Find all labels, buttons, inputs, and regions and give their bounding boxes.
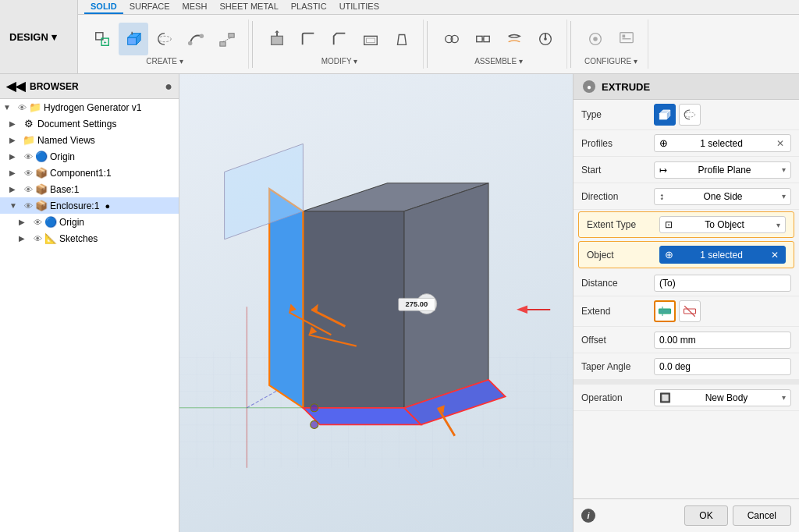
design-button[interactable]: DESIGN ▾ bbox=[0, 0, 78, 73]
tree-item-component1[interactable]: ▶ 👁 📦 Component1:1 bbox=[0, 165, 179, 181]
extent-type-value-box[interactable]: ⊡ To Object ▾ bbox=[659, 216, 786, 233]
fillet-button[interactable] bbox=[293, 23, 323, 55]
tab-utilities[interactable]: UTILITIES bbox=[333, 0, 385, 14]
tab-solid[interactable]: SOLID bbox=[84, 0, 123, 14]
joint-icon bbox=[443, 30, 460, 48]
new-component-icon: + bbox=[94, 30, 111, 48]
component1-arrow: ▶ bbox=[9, 168, 20, 177]
object-value-box[interactable]: ⊕ 1 selected ✕ bbox=[659, 246, 786, 264]
ok-button[interactable]: OK bbox=[684, 505, 727, 526]
create-label: CREATE ▾ bbox=[146, 57, 183, 66]
tab-surface[interactable]: SURFACE bbox=[123, 0, 176, 14]
profiles-clear-button[interactable]: ✕ bbox=[775, 138, 786, 149]
object-clear-button[interactable]: ✕ bbox=[769, 250, 780, 261]
chamfer-button[interactable] bbox=[325, 23, 354, 55]
extend-on-button[interactable] bbox=[654, 300, 676, 322]
operation-row: Operation 🔲 New Body ▾ bbox=[574, 385, 799, 411]
enclosure1-eye[interactable]: 👁 bbox=[24, 201, 33, 211]
new-component-button[interactable]: + bbox=[87, 23, 117, 55]
offset-input[interactable] bbox=[659, 335, 786, 346]
shell-button[interactable] bbox=[356, 23, 385, 55]
named-views-arrow: ▶ bbox=[9, 136, 20, 144]
root-eye[interactable]: 👁 bbox=[18, 103, 27, 112]
assemble-section: ASSEMBLE ▾ bbox=[431, 20, 567, 69]
operation-dropdown-arrow: ▾ bbox=[782, 393, 786, 402]
enclosure1-label: Enclosure:1 bbox=[50, 200, 99, 211]
tree-item-enc-origin[interactable]: ▶ 👁 🔵 Origin bbox=[0, 214, 179, 230]
base1-arrow: ▶ bbox=[9, 185, 20, 193]
start-value: Profile Plane bbox=[698, 165, 751, 176]
svg-point-28 bbox=[593, 37, 598, 41]
tree-item-base1[interactable]: ▶ 👁 📦 Base:1 bbox=[0, 181, 179, 197]
configure-label: CONFIGURE ▾ bbox=[584, 57, 637, 66]
offset-value-box[interactable] bbox=[654, 332, 791, 349]
svg-point-8 bbox=[188, 41, 193, 46]
press-pull-button[interactable] bbox=[262, 23, 292, 55]
revolve-button[interactable] bbox=[150, 23, 179, 55]
taper-value-box[interactable] bbox=[654, 358, 791, 375]
tree-item-sketches[interactable]: ▶ 👁 📐 Sketches bbox=[0, 230, 179, 246]
toolbar-content: SOLID SURFACE MESH SHEET METAL PLASTIC U… bbox=[78, 0, 799, 73]
taper-input[interactable] bbox=[659, 361, 786, 372]
type-extrude-button[interactable] bbox=[654, 104, 676, 126]
tree-item-origin[interactable]: ▶ 👁 🔵 Origin bbox=[0, 148, 179, 165]
extrude-icon bbox=[125, 30, 142, 48]
distance-label: Distance bbox=[581, 278, 648, 289]
as-built-joint-icon bbox=[474, 30, 492, 48]
extend-on-icon bbox=[658, 304, 672, 318]
tree-item-enclosure1[interactable]: ▼ 👁 📦 Enclosure:1 ● bbox=[0, 197, 179, 214]
type-extrude-icon bbox=[658, 108, 672, 122]
taper-row: Taper Angle bbox=[574, 353, 799, 380]
profiles-value-box[interactable]: ⊕ 1 selected ✕ bbox=[654, 134, 791, 152]
draft-icon bbox=[393, 30, 410, 48]
extend-off-button[interactable] bbox=[679, 300, 701, 322]
operation-value-box[interactable]: 🔲 New Body ▾ bbox=[654, 389, 791, 406]
browser-collapse-icon[interactable]: ◀◀ bbox=[6, 79, 25, 94]
tab-sheet-metal[interactable]: SHEET METAL bbox=[213, 0, 284, 14]
divider-3 bbox=[570, 21, 571, 68]
chamfer-icon bbox=[331, 30, 348, 48]
tree-item-doc-settings[interactable]: ▶ ⚙ Document Settings bbox=[0, 115, 179, 132]
info-icon[interactable]: i bbox=[581, 509, 595, 523]
type-revolve-button[interactable] bbox=[679, 104, 701, 126]
sketches-eye[interactable]: 👁 bbox=[34, 234, 42, 243]
extend-icons bbox=[654, 300, 701, 322]
browser-panel: ◀◀ BROWSER ● ▼ 👁 📁 Hydrogen Generator v1… bbox=[0, 74, 179, 532]
tree-item-root[interactable]: ▼ 👁 📁 Hydrogen Generator v1 bbox=[0, 99, 179, 115]
tab-plastic[interactable]: PLASTIC bbox=[285, 0, 333, 14]
cancel-button[interactable]: Cancel bbox=[733, 505, 791, 526]
named-views-folder-icon: 📁 bbox=[23, 134, 35, 146]
publish-icon bbox=[618, 30, 635, 48]
tab-mesh[interactable]: MESH bbox=[176, 0, 214, 14]
tree-item-named-views[interactable]: ▶ 📁 Named Views bbox=[0, 132, 179, 148]
origin-eye[interactable]: 👁 bbox=[24, 152, 33, 161]
extrude-button[interactable] bbox=[119, 23, 148, 55]
drive-joints-button[interactable] bbox=[531, 23, 560, 55]
svg-text:+: + bbox=[104, 40, 107, 45]
motion-link-button[interactable] bbox=[499, 23, 529, 55]
configure-model-button[interactable] bbox=[581, 23, 610, 55]
viewport[interactable]: ⇒ 275.00 bbox=[179, 74, 573, 532]
distance-value-box[interactable]: (To) bbox=[654, 275, 791, 292]
component1-icon: 📦 bbox=[35, 167, 48, 179]
doc-settings-arrow: ▶ bbox=[9, 119, 20, 128]
enc-origin-eye[interactable]: 👁 bbox=[34, 218, 42, 227]
component1-eye[interactable]: 👁 bbox=[24, 168, 33, 178]
loft-button[interactable] bbox=[212, 23, 242, 55]
base1-eye[interactable]: 👁 bbox=[24, 185, 33, 194]
joint-button[interactable] bbox=[437, 23, 467, 55]
create-icons: + bbox=[87, 23, 242, 55]
as-built-joint-button[interactable] bbox=[468, 23, 498, 55]
publish-button[interactable] bbox=[612, 23, 641, 55]
svg-rect-31 bbox=[623, 38, 631, 39]
sweep-button[interactable] bbox=[181, 23, 211, 55]
extend-off-icon bbox=[683, 304, 697, 318]
profiles-row: Profiles ⊕ 1 selected ✕ bbox=[574, 130, 799, 157]
start-value-box[interactable]: ↦ Profile Plane ▾ bbox=[654, 161, 791, 179]
draft-button[interactable] bbox=[387, 23, 417, 55]
extrude-close-button[interactable]: ● bbox=[583, 80, 595, 93]
operation-label: Operation bbox=[581, 392, 648, 403]
browser-close-icon[interactable]: ● bbox=[165, 80, 172, 94]
direction-value-box[interactable]: ↕ One Side ▾ bbox=[654, 188, 791, 205]
svg-rect-30 bbox=[623, 35, 626, 38]
